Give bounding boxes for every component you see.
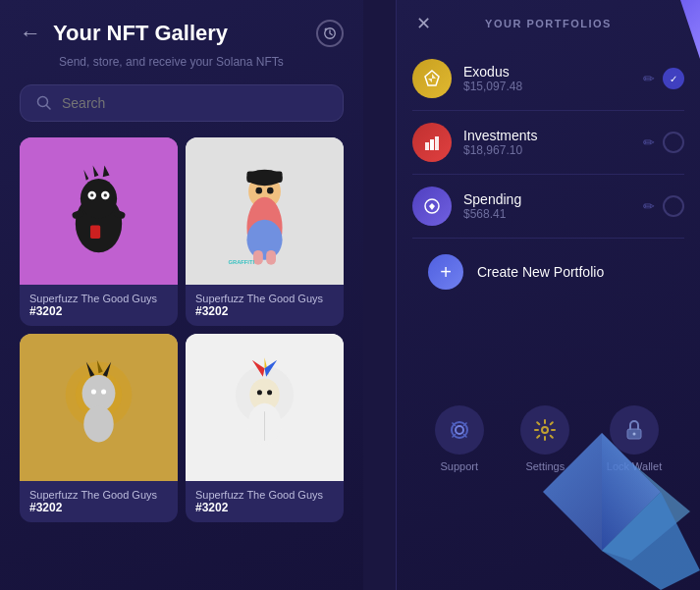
portfolio-item-exodus[interactable]: Exodus $15,097.48 ✏ ✓ (412, 47, 684, 111)
history-icon[interactable] (316, 20, 344, 47)
support-icon (448, 418, 471, 442)
edit-icon[interactable]: ✏ (643, 134, 655, 150)
edit-icon[interactable]: ✏ (643, 198, 655, 214)
nft-image-3 (20, 334, 178, 481)
diamond-decoration (504, 413, 700, 590)
search-input[interactable] (62, 95, 327, 111)
portfolio-header: ✕ YOUR PORTFOLIOS (397, 0, 700, 47)
support-label: Support (440, 460, 478, 472)
spending-actions: ✏ (643, 195, 684, 217)
svg-marker-11 (103, 165, 110, 177)
header: ← Your NFT Gallery (20, 20, 344, 47)
nft-id: #3202 (195, 304, 334, 318)
toggle-inactive[interactable] (663, 132, 684, 153)
create-portfolio-icon: + (428, 254, 463, 290)
nft-card[interactable]: Superfuzz The Good Guys #3202 (20, 334, 178, 522)
portfolio-item-spending[interactable]: Spending $568.41 ✏ (412, 175, 684, 239)
svg-point-7 (90, 193, 93, 196)
svg-point-34 (91, 389, 96, 394)
support-action[interactable]: Support (435, 405, 484, 472)
left-panel: ← Your NFT Gallery Send, store, and rece… (0, 0, 363, 590)
page-title: Your NFT Gallery (53, 21, 304, 46)
nft-id: #3202 (195, 501, 334, 514)
svg-marker-9 (83, 170, 88, 181)
toggle-active[interactable]: ✓ (663, 68, 684, 89)
exodus-icon (412, 59, 452, 98)
nft-name: Superfuzz The Good Guys (29, 293, 168, 304)
spending-info: Spending $568.41 (463, 191, 643, 221)
svg-point-21 (246, 219, 282, 259)
svg-marker-10 (93, 165, 99, 177)
nft-grid: Superfuzz The Good Guys #3202 (20, 137, 344, 522)
nft-image-1 (20, 137, 178, 285)
nft-info: Superfuzz The Good Guys #3202 (20, 481, 178, 522)
investments-info: Investments $18,967.10 (463, 128, 643, 157)
svg-rect-23 (266, 249, 276, 264)
svg-rect-49 (425, 142, 429, 150)
svg-point-42 (267, 390, 272, 395)
create-portfolio-item[interactable]: + Create New Portfolio (412, 239, 684, 305)
create-portfolio-label: Create New Portfolio (477, 264, 604, 280)
svg-point-19 (267, 187, 274, 193)
exodus-name: Exodus (463, 64, 643, 80)
nft-card[interactable]: Superfuzz The Good Guys #3202 (20, 137, 178, 326)
nft-id: #3202 (29, 501, 168, 514)
investments-name: Investments (463, 128, 643, 143)
nft-info: Superfuzz The Good Guys #3202 (186, 481, 344, 522)
portfolio-panel-title: YOUR PORTFOLIOS (485, 18, 612, 29)
toggle-inactive[interactable] (663, 195, 684, 217)
svg-point-41 (257, 390, 262, 395)
right-panel: ✕ YOUR PORTFOLIOS Exodus $15,097.48 ✏ ✓ (396, 0, 700, 590)
exodus-actions: ✏ ✓ (643, 68, 684, 89)
svg-rect-14 (90, 225, 100, 239)
svg-line-2 (47, 106, 51, 110)
svg-text:GRAFFITI: GRAFFITI (229, 258, 255, 264)
exodus-info: Exodus $15,097.48 (463, 64, 643, 93)
close-button[interactable]: ✕ (416, 13, 431, 34)
exodus-value: $15,097.48 (463, 80, 643, 93)
spending-value: $568.41 (463, 207, 643, 221)
svg-point-54 (456, 426, 463, 434)
svg-point-18 (255, 187, 262, 193)
svg-point-35 (101, 389, 106, 394)
spending-icon (412, 187, 452, 226)
search-bar (20, 84, 344, 122)
svg-rect-51 (435, 136, 439, 150)
nft-info: Superfuzz The Good Guys #3202 (186, 285, 344, 326)
spending-name: Spending (463, 191, 643, 207)
nft-card[interactable]: Superfuzz The Good Guys #3202 (186, 334, 344, 522)
nft-image-2: GRAFFITI (186, 137, 344, 285)
back-button[interactable]: ← (20, 21, 41, 46)
portfolio-item-investments[interactable]: Investments $18,967.10 ✏ (412, 111, 684, 175)
svg-rect-17 (246, 171, 282, 183)
support-icon-circle (435, 405, 484, 455)
subtitle: Send, store, and receive your Solana NFT… (20, 55, 344, 69)
portfolio-list: Exodus $15,097.48 ✏ ✓ Investments (397, 47, 700, 305)
nft-image-4 (186, 334, 344, 481)
investments-value: $18,967.10 (463, 143, 643, 157)
svg-point-28 (83, 405, 113, 442)
nft-id: #3202 (29, 304, 168, 318)
svg-point-4 (81, 179, 117, 219)
edit-icon[interactable]: ✏ (643, 71, 655, 86)
investments-actions: ✏ (643, 132, 684, 153)
investments-icon (412, 123, 452, 162)
svg-rect-22 (253, 249, 263, 264)
svg-marker-48 (428, 74, 436, 82)
nft-info: Superfuzz The Good Guys #3202 (20, 285, 178, 326)
svg-rect-50 (430, 139, 434, 150)
svg-point-8 (104, 193, 107, 196)
nft-name: Superfuzz The Good Guys (195, 293, 334, 304)
nft-name: Superfuzz The Good Guys (29, 489, 168, 501)
search-icon (36, 95, 52, 111)
nft-name: Superfuzz The Good Guys (195, 489, 334, 501)
nft-card[interactable]: GRAFFITI Superfuzz The Good Guys #3202 (186, 137, 344, 326)
